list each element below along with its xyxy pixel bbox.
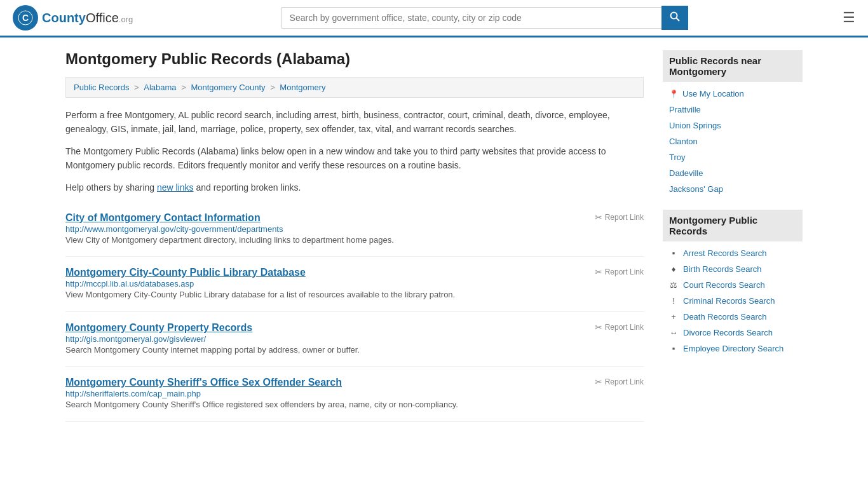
breadcrumb-sep1: > [134, 83, 141, 92]
logo-suffix-text: Office [86, 11, 119, 25]
use-location-item[interactable]: 📍 Use My Location [663, 86, 803, 102]
svg-line-3 [676, 18, 679, 22]
page-title: Montgomery Public Records (Alabama) [65, 50, 644, 68]
menu-button[interactable]: ☰ [843, 10, 855, 26]
result-item: Montgomery County Sheriff's Office Sex O… [65, 367, 644, 422]
nearby-place-link-0[interactable]: Prattville [669, 105, 701, 114]
new-links-link[interactable]: new links [157, 182, 194, 193]
result-header: City of Montgomery Contact Information ✂… [65, 212, 644, 224]
record-type-link-3[interactable]: Criminal Records Search [683, 296, 775, 306]
result-header: Montgomery County Sheriff's Office Sex O… [65, 377, 644, 388]
result-desc-1: View Montgomery City-County Public Libra… [65, 288, 644, 301]
record-type-link-2[interactable]: Court Records Search [683, 280, 765, 290]
logo-tld-text: .org [119, 15, 133, 24]
svg-text:C: C [22, 13, 29, 23]
result-desc-3: Search Montgomery County Sheriff's Offic… [65, 398, 644, 411]
result-header: Montgomery City-County Public Library Da… [65, 267, 644, 278]
record-type-icon-4: + [669, 312, 678, 322]
breadcrumb-sep2: > [181, 83, 188, 92]
result-url-1[interactable]: http://mccpl.lib.al.us/databases.asp [65, 279, 194, 288]
main-container: Montgomery Public Records (Alabama) Publ… [53, 37, 815, 435]
logo-brand-text: County [42, 11, 86, 25]
record-type-icon-6: ▪ [669, 344, 678, 353]
record-type-icon-0: ▪ [669, 248, 678, 258]
result-title-2[interactable]: Montgomery County Property Records [65, 322, 252, 334]
report-icon-1: ✂ [595, 267, 602, 277]
report-label-1: Report Link [605, 268, 644, 276]
record-type-icon-5: ↔ [669, 328, 678, 337]
svg-point-2 [670, 13, 677, 19]
record-type-item: ▪ Employee Directory Search [663, 341, 803, 356]
record-type-link-1[interactable]: Birth Records Search [683, 264, 762, 274]
use-location-link[interactable]: Use My Location [682, 89, 744, 98]
report-link-1[interactable]: ✂ Report Link [595, 267, 644, 277]
result-title-0[interactable]: City of Montgomery Contact Information [65, 212, 261, 224]
nearby-place-item: Prattville [663, 102, 803, 118]
report-icon-3: ✂ [595, 377, 602, 387]
record-type-item: ▪ Arrest Records Search [663, 245, 803, 261]
nearby-place-link-4[interactable]: Dadeville [669, 168, 703, 178]
result-item: City of Montgomery Contact Information ✂… [65, 202, 644, 257]
report-label-0: Report Link [605, 213, 644, 222]
nearby-section: Public Records near Montgomery 📍 Use My … [663, 50, 803, 197]
record-type-item: + Death Records Search [663, 309, 803, 325]
breadcrumb: Public Records > Alabama > Montgomery Co… [65, 77, 644, 98]
result-item: Montgomery County Property Records ✂ Rep… [65, 312, 644, 367]
logo-text: CountyOffice.org [42, 11, 133, 25]
nearby-place-link-3[interactable]: Troy [669, 152, 686, 162]
nearby-place-item: Dadeville [663, 165, 803, 181]
record-type-link-6[interactable]: Employee Directory Search [683, 344, 783, 353]
result-header: Montgomery County Property Records ✂ Rep… [65, 322, 644, 334]
sidebar: Public Records near Montgomery 📍 Use My … [663, 50, 803, 422]
logo-area: C CountyOffice.org [13, 5, 133, 30]
nearby-place-link-1[interactable]: Union Springs [669, 121, 721, 130]
desc3-start: Help others by sharing [65, 182, 154, 193]
report-link-0[interactable]: ✂ Report Link [595, 212, 644, 222]
description-1: Perform a free Montgomery, AL public rec… [65, 108, 644, 137]
result-item: Montgomery City-County Public Library Da… [65, 257, 644, 312]
nearby-place-item: Union Springs [663, 118, 803, 133]
nearby-place-item: Troy [663, 149, 803, 165]
report-label-2: Report Link [605, 323, 644, 332]
result-desc-2: Search Montgomery County internet mappin… [65, 344, 644, 356]
breadcrumb-montgomery[interactable]: Montgomery [280, 83, 325, 92]
breadcrumb-public-records[interactable]: Public Records [74, 83, 129, 92]
record-type-icon-1: ♦ [669, 264, 678, 274]
record-type-item: ♦ Birth Records Search [663, 261, 803, 277]
record-type-link-0[interactable]: Arrest Records Search [683, 248, 767, 258]
location-pin-icon: 📍 [669, 90, 679, 98]
report-icon-2: ✂ [595, 322, 602, 332]
report-icon-0: ✂ [595, 212, 602, 222]
search-button[interactable] [661, 6, 688, 30]
result-url-0[interactable]: http://www.montgomeryal.gov/city-governm… [65, 224, 283, 234]
nearby-place-link-5[interactable]: Jacksons' Gap [669, 184, 723, 194]
records-section: Montgomery Public Records ▪ Arrest Recor… [663, 210, 803, 356]
content-area: Montgomery Public Records (Alabama) Publ… [65, 50, 644, 422]
breadcrumb-alabama[interactable]: Alabama [144, 83, 176, 92]
record-type-icon-2: ⚖ [669, 280, 678, 290]
header-right: ☰ [836, 10, 855, 26]
record-type-icon-3: ! [669, 296, 678, 306]
search-input[interactable] [281, 7, 661, 29]
result-desc-0: View City of Montgomery department direc… [65, 234, 644, 247]
result-url-3[interactable]: http://sheriffalerts.com/cap_main.php [65, 389, 201, 398]
records-list: ▪ Arrest Records Search ♦ Birth Records … [663, 245, 803, 356]
breadcrumb-montgomery-county[interactable]: Montgomery County [191, 83, 265, 92]
record-type-link-4[interactable]: Death Records Search [683, 312, 767, 322]
nearby-place-link-2[interactable]: Clanton [669, 137, 698, 146]
report-link-3[interactable]: ✂ Report Link [595, 377, 644, 387]
search-area [281, 6, 688, 30]
header: C CountyOffice.org ☰ [0, 0, 868, 37]
result-title-3[interactable]: Montgomery County Sheriff's Office Sex O… [65, 377, 342, 388]
breadcrumb-sep3: > [270, 83, 277, 92]
report-link-2[interactable]: ✂ Report Link [595, 322, 644, 332]
result-url-2[interactable]: http://gis.montgomeryal.gov/gisviewer/ [65, 334, 206, 344]
nearby-places-list: PrattvilleUnion SpringsClantonTroyDadevi… [663, 102, 803, 197]
record-type-link-5[interactable]: Divorce Records Search [683, 328, 773, 337]
result-title-1[interactable]: Montgomery City-County Public Library Da… [65, 267, 306, 278]
record-type-item: ↔ Divorce Records Search [663, 325, 803, 341]
nearby-place-item: Clanton [663, 133, 803, 149]
record-type-item: ! Criminal Records Search [663, 293, 803, 309]
record-type-item: ⚖ Court Records Search [663, 277, 803, 293]
results-container: City of Montgomery Contact Information ✂… [65, 202, 644, 422]
